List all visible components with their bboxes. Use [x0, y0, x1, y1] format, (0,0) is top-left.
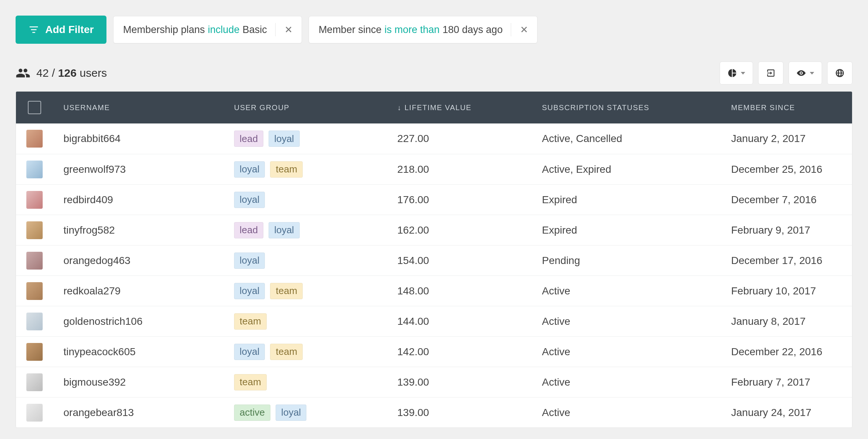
lifetime-value-cell: 218.00 [387, 164, 532, 175]
group-tag-team: team [270, 161, 303, 178]
group-tag-loyal: loyal [234, 283, 265, 299]
avatar [26, 343, 43, 361]
filter-chip[interactable]: Membership plansincludeBasic✕ [113, 16, 302, 43]
member-since-cell: January 8, 2017 [721, 316, 852, 327]
username-cell: bigmouse392 [53, 376, 224, 388]
sort-desc-icon: ↓ [397, 103, 402, 112]
group-tag-active: active [234, 405, 270, 421]
filter-value: Basic [243, 24, 267, 36]
subscription-status-cell: Active [532, 407, 721, 419]
visibility-button[interactable] [789, 62, 822, 85]
subscription-status-cell: Expired [532, 194, 721, 206]
username-cell: orangebear813 [53, 407, 224, 419]
member-since-cell: December 17, 2016 [721, 255, 852, 267]
table-row[interactable]: bigrabbit664lead loyal227.00Active, Canc… [16, 123, 852, 154]
member-since-cell: December 7, 2016 [721, 194, 852, 206]
user-group-cell: loyal [224, 192, 387, 208]
count-separator: / [52, 67, 55, 79]
avatar [26, 313, 43, 330]
table-row[interactable]: orangedog463loyal154.00PendingDecember 1… [16, 245, 852, 275]
username-cell: redkoala279 [53, 285, 224, 297]
user-group-cell: team [224, 313, 387, 330]
subscription-status-cell: Pending [532, 255, 721, 267]
member-since-cell: December 22, 2016 [721, 346, 852, 358]
globe-icon [835, 68, 845, 78]
user-group-cell: loyal team [224, 161, 387, 178]
table-row[interactable]: redbird409loyal176.00ExpiredDecember 7, … [16, 184, 852, 215]
table-row[interactable]: tinypeacock605loyal team142.00ActiveDece… [16, 336, 852, 367]
filter-field: Membership plans [123, 24, 205, 36]
lifetime-value-cell: 176.00 [387, 194, 532, 206]
total-count: 126 [58, 67, 76, 79]
pie-chart-icon [727, 68, 737, 78]
col-subscription-statuses[interactable]: SUBSCRIPTION STATUSES [532, 103, 721, 112]
public-button[interactable] [827, 62, 852, 85]
member-since-cell: February 10, 2017 [721, 285, 852, 297]
group-tag-team: team [270, 344, 303, 360]
action-buttons [720, 62, 852, 85]
col-user-group[interactable]: USER GROUP [224, 103, 387, 112]
table-row[interactable]: greenwolf973loyal team218.00Active, Expi… [16, 154, 852, 184]
filter-operator: include [205, 24, 243, 36]
lifetime-value-cell: 139.00 [387, 407, 532, 419]
member-since-cell: January 24, 2017 [721, 407, 852, 419]
lifetime-value-cell: 142.00 [387, 346, 532, 358]
summary-row: 42 / 126 users [16, 62, 852, 85]
group-tag-loyal: loyal [234, 192, 265, 208]
username-cell: greenwolf973 [53, 164, 224, 175]
col-member-since[interactable]: MEMBER SINCE [721, 103, 852, 112]
count-area: 42 / 126 users [16, 66, 107, 80]
filter-icon [28, 24, 39, 35]
member-since-cell: January 2, 2017 [721, 133, 852, 145]
toolbar: Add Filter Membership plansincludeBasic✕… [16, 16, 852, 44]
subscription-status-cell: Active [532, 316, 721, 327]
lifetime-value-cell: 148.00 [387, 285, 532, 297]
username-cell: tinyfrog582 [53, 224, 224, 236]
user-group-cell: loyal team [224, 344, 387, 360]
export-button[interactable] [758, 62, 783, 85]
table-row[interactable]: orangebear813active loyal139.00ActiveJan… [16, 397, 852, 428]
subscription-status-cell: Active [532, 346, 721, 358]
table-row[interactable]: tinyfrog582lead loyal162.00ExpiredFebrua… [16, 215, 852, 245]
add-filter-button[interactable]: Add Filter [16, 16, 106, 44]
filter-field: Member since [319, 24, 382, 36]
lifetime-value-cell: 154.00 [387, 255, 532, 267]
close-icon[interactable]: ✕ [518, 24, 530, 36]
people-icon [16, 66, 30, 80]
avatar [26, 161, 43, 178]
count-unit: users [80, 67, 107, 79]
member-since-cell: February 9, 2017 [721, 224, 852, 236]
table-row[interactable]: redkoala279loyal team148.00ActiveFebruar… [16, 275, 852, 306]
group-tag-team: team [270, 283, 303, 299]
eye-icon [796, 68, 806, 78]
subscription-status-cell: Active [532, 376, 721, 388]
member-since-cell: December 25, 2016 [721, 164, 852, 175]
col-username[interactable]: USERNAME [53, 103, 224, 112]
table-row[interactable]: goldenostrich106team144.00ActiveJanuary … [16, 306, 852, 336]
group-tag-loyal: loyal [234, 161, 265, 178]
export-icon [766, 68, 776, 78]
user-group-cell: loyal [224, 252, 387, 269]
chart-button[interactable] [720, 62, 753, 85]
table-row[interactable]: bigmouse392team139.00ActiveFebruary 7, 2… [16, 367, 852, 397]
group-tag-loyal: loyal [269, 222, 299, 238]
user-group-cell: loyal team [224, 283, 387, 299]
filter-chip[interactable]: Member sinceis more than180 days ago✕ [309, 16, 537, 43]
subscription-status-cell: Expired [532, 224, 721, 236]
lifetime-value-cell: 139.00 [387, 376, 532, 388]
close-icon[interactable]: ✕ [282, 24, 295, 36]
user-group-cell: lead loyal [224, 131, 387, 147]
username-cell: tinypeacock605 [53, 346, 224, 358]
avatar [26, 221, 43, 239]
group-tag-loyal: loyal [234, 252, 265, 269]
avatar [26, 191, 43, 209]
users-table: USERNAME USER GROUP ↓ LIFETIME VALUE SUB… [16, 91, 852, 428]
col-lifetime-value[interactable]: ↓ LIFETIME VALUE [387, 103, 532, 112]
username-cell: orangedog463 [53, 255, 224, 267]
select-all-checkbox[interactable] [28, 101, 41, 114]
filtered-count: 42 [36, 67, 49, 79]
avatar [26, 130, 43, 148]
filter-value: 180 days ago [443, 24, 503, 36]
lifetime-value-cell: 162.00 [387, 224, 532, 236]
filter-operator: is more than [381, 24, 443, 36]
